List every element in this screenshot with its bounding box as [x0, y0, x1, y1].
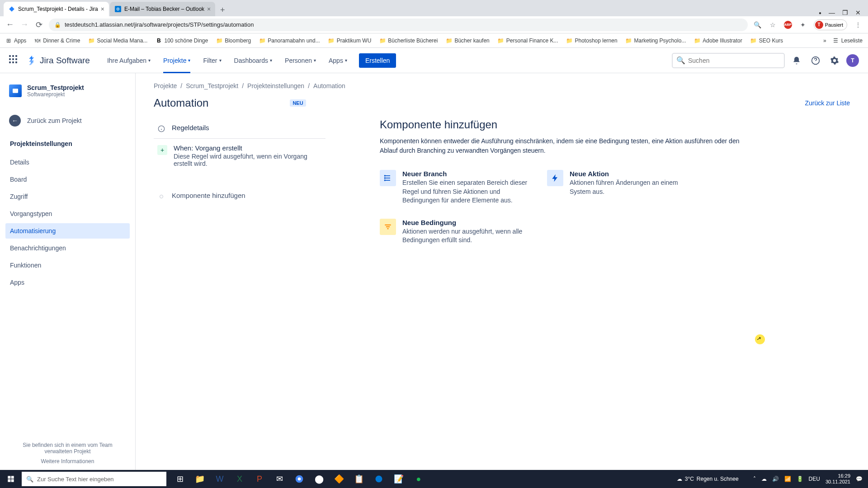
menu-icon[interactable]: ⋮: [854, 20, 863, 29]
bookmark-item[interactable]: 📁Panoramabahn und...: [259, 38, 320, 44]
breadcrumb-item[interactable]: Projekte: [154, 82, 177, 89]
rule-trigger-row[interactable]: + When: Vorgang erstellt Diese Regel wir…: [154, 139, 326, 173]
more-bookmarks-icon[interactable]: »: [823, 38, 826, 44]
app-switcher-icon[interactable]: [9, 55, 20, 66]
rule-details-row[interactable]: Regeldetails: [154, 118, 326, 139]
cursor-highlight: [755, 334, 765, 344]
settings-icon[interactable]: [827, 53, 842, 68]
sidebar-item-apps[interactable]: Apps: [5, 275, 130, 290]
search-box[interactable]: 🔍: [672, 53, 785, 68]
tray-battery-icon[interactable]: 🔋: [797, 476, 803, 482]
task-view-icon[interactable]: ⊞: [170, 470, 190, 488]
sidebar-item-board[interactable]: Board: [5, 172, 130, 187]
bookmark-item[interactable]: 📁Marketing Psycholo...: [626, 38, 686, 44]
extensions-icon[interactable]: ✦: [798, 20, 807, 29]
tray-wifi-icon[interactable]: 📶: [784, 476, 791, 482]
url-input[interactable]: 🔒 testdeutsch1.atlassian.net/jira/softwa…: [49, 19, 748, 31]
nav-projects[interactable]: Projekte▾: [159, 48, 195, 73]
edge-icon[interactable]: [369, 470, 389, 488]
back-to-list-link[interactable]: Zurück zur Liste: [805, 99, 850, 107]
zoom-icon[interactable]: 🔍: [753, 20, 762, 29]
tray-onedrive-icon[interactable]: ☁: [761, 476, 767, 482]
nav-filters[interactable]: Filter▾: [198, 48, 226, 73]
bookmark-item[interactable]: 📁Personal Finance K...: [498, 38, 558, 44]
user-avatar[interactable]: T: [846, 54, 859, 67]
nav-apps[interactable]: Apps▾: [324, 48, 352, 73]
sidebar-item-details[interactable]: Details: [5, 155, 130, 170]
start-button[interactable]: [0, 470, 22, 488]
taskbar-search[interactable]: 🔍 Zur Suche Text hier eingeben: [22, 472, 166, 486]
sidebar-item-access[interactable]: Zugriff: [5, 189, 130, 204]
chevron-down-icon: ▾: [219, 58, 222, 63]
bookmark-item[interactable]: B100 schöne Dinge: [156, 38, 208, 44]
bookmark-item[interactable]: 📁Photoshop lernen: [566, 38, 618, 44]
nav-dashboards[interactable]: Dashboards▾: [230, 48, 277, 73]
component-card-action[interactable]: Neue Aktion Aktionen führen Änderungen a…: [547, 170, 701, 205]
create-button[interactable]: Erstellen: [359, 53, 396, 68]
component-card-branch[interactable]: Neuer Branch Erstellen Sie einen separat…: [380, 170, 533, 205]
spotify-icon[interactable]: ●: [409, 470, 429, 488]
folder-icon: 📁: [498, 38, 504, 44]
notepad-icon[interactable]: 📝: [389, 470, 409, 488]
tray-language[interactable]: DEU: [809, 476, 820, 482]
breadcrumb-item[interactable]: Automation: [313, 82, 345, 89]
forward-icon[interactable]: →: [20, 20, 29, 29]
chrome-icon[interactable]: [289, 470, 309, 488]
new-tab-button[interactable]: +: [216, 4, 229, 16]
bookmark-item[interactable]: 📁Praktikum WU: [328, 38, 372, 44]
jira-logo[interactable]: Jira Software: [27, 56, 90, 66]
sidebar-item-notifications[interactable]: Benachrichtigungen: [5, 240, 130, 256]
file-explorer-icon[interactable]: 📁: [190, 470, 210, 488]
component-card-condition[interactable]: Neue Bedingung Aktionen werden nur ausge…: [380, 219, 533, 245]
reload-icon[interactable]: ⟳: [34, 20, 43, 30]
bookmark-item[interactable]: 📁Adobe Illustrator: [694, 38, 742, 44]
weather-widget[interactable]: ☁ 3°C Regen u. Schnee: [677, 476, 739, 482]
app-icon[interactable]: 📋: [349, 470, 369, 488]
back-to-project-link[interactable]: ← Zurück zum Projekt: [5, 110, 130, 131]
breadcrumb-item[interactable]: Projekteinstellungen: [247, 82, 304, 89]
browser-tab-active[interactable]: Scrum_Testprojekt - Details - Jira ×: [4, 2, 109, 16]
minimize-icon[interactable]: —: [829, 9, 835, 16]
bookmark-item[interactable]: 📁SEO Kurs: [750, 38, 783, 44]
tray-chevron-icon[interactable]: ˄: [753, 476, 756, 482]
sidebar-footer-link[interactable]: Weitere Informationen: [9, 458, 126, 465]
bookmark-item[interactable]: 🍽Dinner & Crime: [34, 38, 80, 44]
add-component-row[interactable]: Komponente hinzufügen: [154, 186, 326, 206]
bookmark-item[interactable]: 📁Social Media Mana...: [88, 38, 147, 44]
obs-icon[interactable]: ⬤: [309, 470, 329, 488]
bookmark-item[interactable]: 📁Bücherliste Bücherei: [379, 38, 438, 44]
sidebar-item-automation[interactable]: Automatisierung: [5, 223, 130, 239]
bookmark-item[interactable]: 📁Bücher kaufen: [446, 38, 489, 44]
app-icon[interactable]: 🔶: [329, 470, 349, 488]
abp-icon[interactable]: ABP: [784, 21, 792, 29]
help-icon[interactable]: [808, 53, 823, 68]
browser-tab[interactable]: O E-Mail – Tobias Becker – Outlook ×: [110, 2, 215, 16]
tray-notifications-icon[interactable]: 💬: [856, 476, 863, 482]
close-tab-icon[interactable]: ×: [101, 5, 104, 13]
mail-icon[interactable]: ✉: [269, 470, 289, 488]
close-window-icon[interactable]: ✕: [855, 9, 861, 16]
tray-volume-icon[interactable]: 🔊: [772, 476, 779, 482]
close-tab-icon[interactable]: ×: [207, 5, 211, 13]
circle-icon[interactable]: ●: [819, 10, 821, 15]
excel-icon[interactable]: X: [230, 470, 250, 488]
reading-list-button[interactable]: ☰Leseliste: [833, 38, 863, 44]
sidebar-item-features[interactable]: Funktionen: [5, 258, 130, 273]
word-icon[interactable]: W: [210, 470, 230, 488]
nav-people[interactable]: Personen▾: [280, 48, 321, 73]
breadcrumb-item[interactable]: Scrum_Testprojekt: [186, 82, 238, 89]
notifications-icon[interactable]: [789, 53, 804, 68]
nav-your-work[interactable]: Ihre Aufgaben▾: [103, 48, 155, 73]
sidebar-item-issuetypes[interactable]: Vorgangstypen: [5, 206, 130, 221]
project-header[interactable]: Scrum_Testprojekt Softwareprojekt: [5, 82, 130, 99]
profile-button[interactable]: T Pausiert: [814, 19, 847, 30]
maximize-icon[interactable]: ❐: [842, 9, 848, 16]
bookmark-item[interactable]: ⊞Apps: [5, 38, 26, 44]
page-title: Automation: [154, 97, 208, 109]
tray-clock[interactable]: 16:29 30.11.2021: [826, 473, 850, 485]
bookmark-item[interactable]: 📁Bloomberg: [216, 38, 251, 44]
search-input[interactable]: [688, 57, 780, 64]
powerpoint-icon[interactable]: P: [250, 470, 269, 488]
back-icon[interactable]: ←: [5, 20, 14, 29]
star-icon[interactable]: ☆: [769, 20, 778, 29]
